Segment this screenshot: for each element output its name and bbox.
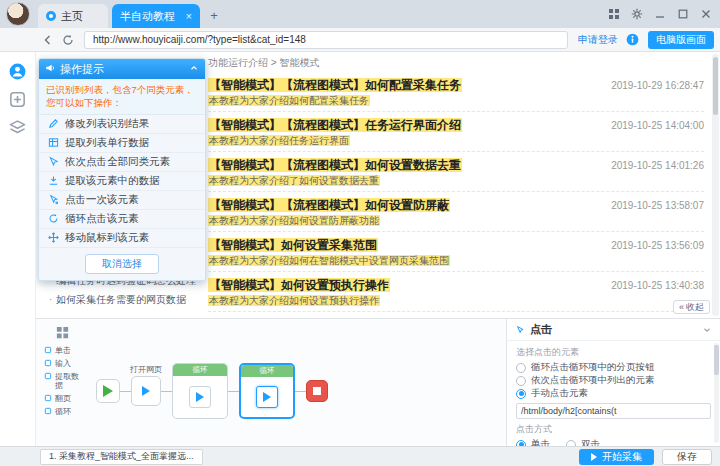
loop-node-selected[interactable]: 循环 (239, 363, 295, 419)
browser-toolbar: 申请登录 电脑版画面 (0, 28, 720, 52)
page-scrollbar[interactable] (712, 54, 719, 316)
title-bar: 主页 半自动教程 × + (0, 0, 720, 28)
flow-connector (295, 391, 306, 392)
article-row[interactable]: 2019-10-25 13:40:38 【智能模式】如何设置预执行操作 本教程为… (208, 272, 704, 312)
tab-tutorial[interactable]: 半自动教程 × (112, 4, 200, 28)
flow-row: 打开网页 循环 循环 (96, 363, 328, 419)
collapse-chevrons-icon: « (679, 302, 684, 312)
login-link[interactable]: 申请登录 (578, 33, 618, 47)
palette-item-click[interactable]: 单击 (44, 346, 82, 355)
tip-action-extract-data[interactable]: 提取该元素中的数据 (39, 172, 205, 191)
palette-item-icon (44, 359, 52, 367)
save-button[interactable]: 保存 (662, 449, 712, 465)
tip-message: 已识别到列表，包含7个同类元素，您可以如下操作： (39, 79, 205, 115)
footer-bar: 1. 采集教程_智能模式_全面掌握远... 开始采集 保存 (0, 446, 720, 466)
minimize-icon[interactable] (654, 8, 666, 20)
article-row[interactable]: 2019-10-29 16:28:47 【智能模式】【流程图模式】如何配置采集任… (208, 72, 704, 112)
side-link[interactable]: 如何采集任务需要的网页数据 (48, 293, 200, 306)
panel-scrollbar-thumb[interactable] (714, 345, 719, 375)
move-mouse-icon (48, 232, 59, 243)
palette-item-icon (44, 407, 52, 415)
operation-tip-panel: 操作提示 已识别到列表，包含7个同类元素，您可以如下操作： 修改列表识别结果 提… (38, 58, 206, 281)
stop-icon (313, 387, 321, 395)
breadcrumb: 功能运行介绍 > 智能模式 (208, 56, 319, 70)
tip-action-move-mouse[interactable]: 移动鼠标到该元素 (39, 229, 205, 248)
collapse-panel-button[interactable]: « 收起 (673, 300, 710, 314)
maximize-icon[interactable] (677, 8, 689, 20)
radio-icon-selected (516, 389, 526, 399)
article-row[interactable]: 2019-10-25 14:04:00 【智能模式】【流程图模式】任务运行界面介… (208, 112, 704, 152)
avatar[interactable] (6, 2, 30, 26)
click-node-selected[interactable] (256, 386, 278, 408)
task-tab[interactable]: 1. 采集教程_智能模式_全面掌握远... (40, 449, 203, 465)
page-scrollbar-thumb[interactable] (713, 57, 718, 115)
component-palette: 单击 输入 提取数据 翻页 循环 (44, 325, 82, 420)
palette-item-input[interactable]: 输入 (44, 359, 82, 368)
collapse-tip-icon[interactable] (189, 63, 199, 75)
play-icon (591, 453, 597, 461)
tip-action-loop-click[interactable]: 循环点击该元素 (39, 210, 205, 229)
open-page-node[interactable]: 打开网页 (131, 376, 161, 406)
tab-home-label: 主页 (61, 9, 83, 24)
radio-option-click-each[interactable]: 依次点击循环项中列出的元素 (516, 374, 711, 387)
loop-node[interactable]: 循环 (172, 363, 228, 419)
radio-icon (516, 376, 526, 386)
page-content: 功能运行介绍 > 智能模式 2019-10-29 16:28:47 【智能模式】… (36, 52, 720, 318)
click-all-icon (48, 156, 59, 167)
node-play-icon (263, 392, 271, 402)
device-view-button[interactable]: 电脑版画面 (648, 31, 714, 49)
tab-home[interactable]: 主页 (38, 4, 108, 28)
section-label: 选择点击的元素 (516, 346, 711, 359)
article-row[interactable]: 2019-10-25 13:56:09 【智能模式】如何设置采集范围 本教程为大… (208, 232, 704, 272)
close-tab-icon[interactable]: × (186, 11, 192, 22)
click-node[interactable] (189, 386, 211, 408)
layers-icon[interactable] (9, 118, 27, 136)
extract-icon (48, 175, 59, 186)
radio-icon (516, 363, 526, 373)
palette-item-extract[interactable]: 提取数据 (44, 372, 82, 390)
flow-canvas[interactable]: 打开网页 循环 循环 (86, 319, 512, 447)
flow-connector (228, 391, 239, 392)
refresh-icon[interactable] (61, 33, 75, 47)
article-desc: 本教程为大家介绍如何在智能模式中设置网页采集范围 (208, 255, 704, 267)
palette-item-loop[interactable]: 循环 (44, 407, 82, 416)
article-desc: 本教程为大家介绍任务运行界面 (208, 135, 704, 147)
back-icon[interactable] (41, 33, 55, 47)
end-node[interactable] (306, 380, 328, 402)
tip-action-modify-list[interactable]: 修改列表识别结果 (39, 115, 205, 134)
tip-action-click-once[interactable]: 点击一次该元素 (39, 191, 205, 210)
tip-action-extract-row[interactable]: 提取列表单行数据 (39, 134, 205, 153)
article-row[interactable]: 2019-10-25 14:01:26 【智能模式】【流程图模式】如何设置数据去… (208, 152, 704, 192)
properties-header: 点击 (507, 319, 720, 341)
xpath-input[interactable] (516, 403, 711, 419)
start-collect-button[interactable]: 开始采集 (579, 449, 654, 465)
flow-connector (161, 391, 172, 392)
article-desc: 本教程为大家介绍了如何设置数据去重 (208, 175, 704, 187)
article-date: 2019-10-29 16:28:47 (605, 80, 704, 91)
close-window-icon[interactable] (700, 8, 712, 20)
window-controls (608, 8, 712, 20)
palette-item-icon (44, 372, 52, 380)
new-tab-button[interactable]: + (206, 7, 222, 23)
tip-action-click-all[interactable]: 依次点击全部同类元素 (39, 153, 205, 172)
edit-icon (48, 118, 59, 129)
gear-icon[interactable] (631, 8, 643, 20)
cancel-selection-button[interactable]: 取消选择 (85, 254, 159, 274)
palette-item-paginate[interactable]: 翻页 (44, 394, 82, 403)
components-grid-icon[interactable] (55, 325, 71, 341)
info-icon[interactable] (625, 33, 639, 47)
home-tab-logo-icon (46, 11, 56, 21)
add-task-icon[interactable] (9, 90, 27, 108)
panel-toggle-icon[interactable] (702, 325, 712, 335)
article-row[interactable]: 2019-10-25 13:58:07 【智能模式】【流程图模式】如何设置防屏蔽… (208, 192, 704, 232)
properties-title: 点击 (530, 322, 697, 337)
start-node[interactable] (96, 379, 120, 403)
address-bar-input[interactable] (84, 31, 568, 49)
node-play-icon (196, 392, 204, 402)
apps-grid-icon[interactable] (608, 8, 620, 20)
radio-option-loop-paginate[interactable]: 循环点击循环项中的分页按钮 (516, 361, 711, 374)
radio-option-manual[interactable]: 手动点击元素 (516, 387, 711, 400)
profile-icon[interactable] (9, 62, 27, 80)
article-date: 2019-10-25 14:01:26 (605, 160, 704, 171)
panel-scrollbar[interactable] (714, 343, 719, 443)
